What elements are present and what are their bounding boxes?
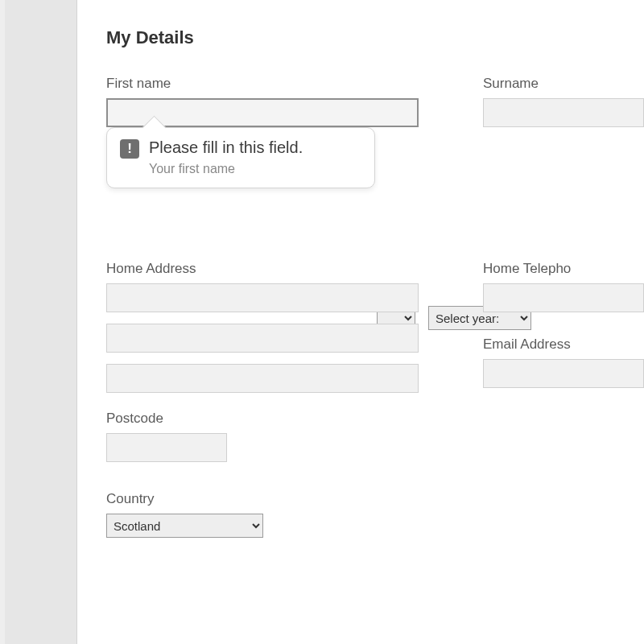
- warning-icon: !: [120, 139, 139, 159]
- sidebar-area: [5, 0, 77, 644]
- email-label: Email Address: [483, 336, 644, 353]
- contact-col: Home Telepho Email Address: [483, 261, 644, 555]
- address-line3-input[interactable]: [106, 364, 419, 393]
- address-stack: [106, 283, 419, 393]
- surname-label: Surname: [483, 76, 644, 92]
- email-group: Email Address: [483, 336, 644, 388]
- tooltip-row: ! Please fill in this field.: [120, 138, 361, 159]
- home-telephone-input[interactable]: [483, 283, 644, 312]
- home-telephone-label: Home Telepho: [483, 261, 644, 277]
- surname-group: Surname: [483, 76, 644, 127]
- home-telephone-group: Home Telepho: [483, 261, 644, 312]
- form-content: My Details First name Surname Select yea…: [77, 0, 644, 644]
- country-label: Country: [106, 491, 419, 507]
- postcode-input[interactable]: [106, 433, 227, 462]
- tooltip-subtitle: Your first name: [149, 162, 361, 176]
- postcode-label: Postcode: [106, 411, 419, 427]
- first-name-label: First name: [106, 76, 419, 92]
- email-input[interactable]: [483, 359, 644, 388]
- page-title: My Details: [106, 27, 644, 48]
- address-line1-input[interactable]: [106, 283, 419, 312]
- address-row: Home Address Postcode Country Scotland: [106, 261, 644, 555]
- country-group: Country Scotland: [106, 491, 419, 538]
- surname-col: Surname: [483, 76, 644, 145]
- tooltip-title: Please fill in this field.: [149, 138, 303, 158]
- address-col: Home Address Postcode Country Scotland: [106, 261, 419, 555]
- surname-input[interactable]: [483, 98, 644, 127]
- home-address-label: Home Address: [106, 261, 419, 277]
- country-select[interactable]: Scotland: [106, 514, 263, 538]
- postcode-group: Postcode: [106, 411, 419, 462]
- address-line2-input[interactable]: [106, 324, 419, 353]
- home-address-group: Home Address: [106, 261, 419, 393]
- validation-tooltip: ! Please fill in this field. Your first …: [106, 127, 375, 188]
